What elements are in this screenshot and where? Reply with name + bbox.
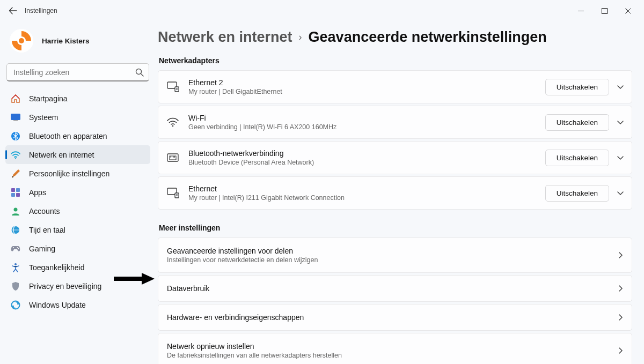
svg-point-9	[15, 157, 16, 158]
svg-rect-13	[16, 193, 20, 197]
adapter-title: Wi-Fi	[188, 114, 545, 122]
chevron-down-icon[interactable]	[617, 83, 624, 91]
row-network-reset[interactable]: Netwerk opnieuw instellen De fabrieksins…	[158, 333, 632, 364]
chevron-right-icon	[617, 251, 624, 259]
chevron-right-icon	[617, 347, 624, 354]
adapter-ethernet2[interactable]: Ethernet 2 My router | Dell GigabitEther…	[158, 70, 632, 103]
sidebar-item-gaming[interactable]: Gaming	[5, 239, 150, 258]
chevron-right-icon	[617, 285, 624, 292]
sidebar-item-label: Privacy en beveiliging	[29, 282, 101, 291]
row-data-usage[interactable]: Dataverbruik	[158, 275, 632, 302]
title-bar: Instellingen	[0, 0, 644, 21]
row-title: Netwerk opnieuw instellen	[167, 342, 617, 351]
shield-icon	[11, 281, 20, 291]
row-title: Hardware- en verbindingseigenschappen	[167, 313, 617, 322]
svg-point-16	[17, 247, 18, 248]
maximize-button[interactable]	[592, 2, 616, 19]
search-container	[6, 63, 149, 81]
svg-marker-36	[142, 273, 155, 285]
sidebar-item-label: Windows Update	[29, 301, 86, 309]
chevron-down-icon[interactable]	[617, 189, 624, 197]
breadcrumb: Netwerk en internet › Geavanceerde netwe…	[158, 26, 632, 56]
sidebar-item-label: Apps	[29, 188, 46, 197]
svg-point-17	[18, 248, 19, 249]
svg-line-5	[141, 74, 144, 77]
system-icon	[11, 113, 20, 122]
sidebar-item-label: Bluetooth en apparaten	[29, 132, 107, 140]
sidebar-item-label: Accounts	[29, 207, 60, 216]
svg-rect-35	[114, 277, 144, 281]
sidebar-item-label: Persoonlijke instellingen	[29, 169, 109, 178]
search-icon	[135, 68, 144, 77]
svg-point-24	[172, 125, 174, 127]
accessibility-icon	[11, 263, 20, 272]
svg-rect-1	[602, 8, 607, 13]
sidebar-item-bluetooth[interactable]: Bluetooth en apparaten	[5, 127, 150, 145]
back-button[interactable]	[4, 2, 21, 19]
chevron-right-icon	[617, 314, 624, 321]
sidebar-item-label: Gaming	[29, 244, 55, 253]
row-advanced-sharing[interactable]: Geavanceerde instellingen voor delen Ins…	[158, 237, 632, 273]
adapter-subtitle: My router | Intel(R) I211 Gigabit Networ…	[188, 194, 545, 202]
sidebar-item-time[interactable]: Tijd en taal	[5, 220, 150, 239]
svg-point-14	[14, 207, 18, 211]
sidebar-item-label: Toegankelijkheid	[29, 263, 85, 272]
adapter-wifi[interactable]: Wi-Fi Geen verbinding | Intel(R) Wi-Fi 6…	[158, 106, 632, 139]
svg-point-4	[136, 69, 142, 75]
sidebar-item-system[interactable]: Systeem	[5, 108, 150, 127]
bluetooth-icon	[11, 131, 20, 141]
window-controls	[569, 2, 640, 19]
adapter-title: Bluetooth-netwerkverbinding	[188, 149, 545, 158]
svg-rect-25	[167, 154, 178, 161]
section-heading-adapters: Netwerkadapters	[159, 56, 632, 65]
minimize-button[interactable]	[569, 2, 592, 19]
sidebar-item-update[interactable]: Windows Update	[5, 295, 150, 314]
user-profile[interactable]: Harrie Kisters	[5, 26, 150, 60]
sidebar-item-network[interactable]: Netwerk en internet	[5, 145, 150, 164]
chevron-down-icon[interactable]	[617, 118, 624, 126]
minimize-icon	[578, 8, 584, 14]
ethernet-icon	[167, 81, 179, 93]
main-content: Netwerk en internet › Geavanceerde netwe…	[156, 21, 644, 364]
adapter-bluetooth-pan[interactable]: Bluetooth-netwerkverbinding Bluetooth De…	[158, 141, 632, 174]
row-subtitle: Instellingen voor netwerkdetectie en del…	[167, 256, 617, 264]
disable-button[interactable]: Uitschakelen	[545, 185, 609, 202]
sidebar-item-apps[interactable]: Apps	[5, 183, 150, 202]
window-title: Instellingen	[25, 7, 57, 14]
brush-icon	[11, 169, 20, 179]
disable-button[interactable]: Uitschakelen	[545, 79, 609, 95]
gaming-icon	[11, 244, 20, 254]
close-button[interactable]	[616, 2, 640, 19]
svg-rect-10	[11, 188, 15, 192]
annotation-arrow	[114, 273, 155, 287]
adapter-title: Ethernet 2	[188, 78, 545, 87]
wifi-icon	[11, 150, 20, 160]
avatar	[10, 29, 33, 53]
search-input[interactable]	[6, 63, 149, 81]
close-icon	[625, 8, 631, 14]
svg-point-3	[19, 38, 24, 43]
svg-rect-11	[16, 188, 20, 192]
home-icon	[11, 94, 20, 103]
section-heading-more: Meer instellingen	[159, 224, 632, 232]
chevron-down-icon[interactable]	[617, 154, 624, 161]
sidebar-item-personalization[interactable]: Persoonlijke instellingen	[5, 164, 150, 183]
row-hardware-props[interactable]: Hardware- en verbindingseigenschappen	[158, 304, 632, 331]
chevron-right-icon: ›	[299, 32, 302, 43]
accounts-icon	[11, 206, 20, 216]
disable-button[interactable]: Uitschakelen	[545, 114, 609, 131]
user-name: Harrie Kisters	[42, 37, 90, 45]
page-title: Geavanceerde netwerkinstellingen	[309, 29, 547, 46]
breadcrumb-parent[interactable]: Netwerk en internet	[158, 29, 292, 46]
adapter-subtitle: Geen verbinding | Intel(R) Wi-Fi 6 AX200…	[188, 123, 545, 131]
disable-button[interactable]: Uitschakelen	[545, 150, 609, 166]
sidebar-item-label: Systeem	[29, 113, 58, 122]
sidebar-item-home[interactable]: Startpagina	[5, 89, 150, 108]
ethernet-port-icon	[167, 152, 179, 164]
ethernet-icon	[167, 187, 179, 199]
arrow-left-icon	[9, 6, 17, 15]
sidebar-item-label: Startpagina	[29, 94, 68, 103]
adapter-ethernet[interactable]: Ethernet My router | Intel(R) I211 Gigab…	[158, 176, 632, 210]
sidebar-item-label: Netwerk en internet	[29, 151, 94, 159]
sidebar-item-accounts[interactable]: Accounts	[5, 202, 150, 220]
